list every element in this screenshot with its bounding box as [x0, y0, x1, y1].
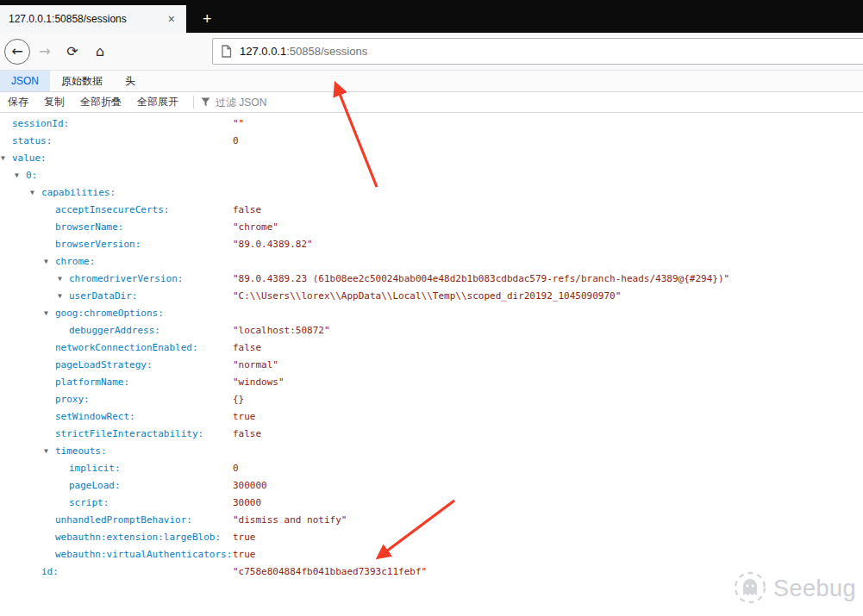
json-tree-row: script:30000 — [0, 495, 863, 512]
json-value: "dismiss and notify" — [233, 512, 347, 529]
json-key[interactable]: value: — [12, 152, 47, 164]
json-key[interactable]: status: — [12, 135, 52, 146]
json-key[interactable]: browserName: — [55, 221, 123, 233]
json-value: "" — [233, 115, 244, 133]
json-key[interactable]: userDataDir: — [69, 290, 137, 302]
json-value: "89.0.4389.82" — [233, 236, 313, 253]
seebug-watermark-text: Seebug — [773, 576, 856, 602]
close-tab-icon[interactable]: × — [166, 12, 178, 26]
json-value: 0 — [233, 460, 239, 477]
json-value: false — [233, 339, 261, 357]
tab-headers[interactable]: 头 — [114, 71, 147, 91]
new-tab-button[interactable]: + — [191, 5, 223, 33]
browser-tab[interactable]: 127.0.0.1:50858/sessions × — [0, 5, 186, 33]
toolbar-divider — [193, 96, 194, 109]
expand-all-button[interactable]: 全部展开 — [129, 95, 186, 109]
json-key[interactable]: webauthn:extension:largeBlob: — [55, 532, 221, 543]
tab-title: 127.0.0.1:50858/sessions — [9, 13, 127, 25]
json-tree-row: ▼goog:chromeOptions: — [0, 305, 863, 322]
json-value: 300000 — [233, 477, 267, 495]
browser-window: 127.0.0.1:50858/sessions × + ← → ⟳ ⌂ 127… — [0, 0, 863, 616]
json-tree-row: status:0 — [0, 133, 863, 150]
json-key[interactable]: pageLoad: — [69, 480, 121, 491]
json-key[interactable]: acceptInsecureCerts: — [55, 204, 169, 215]
filter-json-box[interactable] — [201, 96, 328, 109]
json-tree-row: browserName:"chrome" — [0, 219, 863, 236]
json-key[interactable]: unhandledPromptBehavior: — [55, 514, 192, 526]
json-key[interactable]: networkConnectionEnabled: — [55, 342, 198, 353]
expand-arrow-icon[interactable]: ▼ — [30, 184, 34, 202]
json-tree-row: acceptInsecureCerts:false — [0, 202, 863, 219]
json-tree-row: pageLoadStrategy:"normal" — [0, 357, 863, 374]
seebug-logo-icon — [733, 570, 767, 607]
json-tree-row: webauthn:extension:largeBlob:true — [0, 529, 863, 546]
json-key[interactable]: capabilities: — [41, 187, 116, 198]
seebug-watermark: Seebug — [733, 570, 856, 607]
home-button[interactable]: ⌂ — [87, 39, 113, 65]
url-host: 127.0.0.1 — [240, 45, 286, 58]
json-value: true — [233, 408, 256, 426]
json-key[interactable]: goog:chromeOptions: — [55, 308, 164, 319]
json-key[interactable]: implicit: — [69, 463, 121, 474]
url-path: :50858/sessions — [286, 45, 367, 58]
json-tree-row: ▼value: — [0, 150, 863, 167]
json-value: false — [233, 202, 261, 219]
json-tree-row: webauthn:virtualAuthenticators:true — [0, 546, 863, 563]
copy-button[interactable]: 复制 — [36, 95, 72, 109]
json-key[interactable]: script: — [69, 497, 109, 508]
collapse-all-button[interactable]: 全部折叠 — [72, 95, 129, 109]
json-key[interactable]: chrome: — [55, 256, 95, 267]
json-value: 30000 — [233, 495, 261, 512]
json-value: "c758e804884fb041bbaed7393c11febf" — [233, 563, 427, 581]
json-value: "chrome" — [233, 219, 278, 236]
json-tree-row: ▼0: — [0, 167, 863, 184]
json-key[interactable]: strictFileInteractability: — [55, 428, 203, 439]
json-tree-row: strictFileInteractability:false — [0, 426, 863, 443]
expand-arrow-icon[interactable]: ▼ — [44, 443, 48, 460]
json-key[interactable]: debuggerAddress: — [69, 325, 160, 336]
filter-json-input[interactable] — [216, 96, 328, 109]
json-value: "normal" — [233, 357, 278, 374]
forward-button[interactable]: → — [32, 39, 58, 65]
json-tree-row: browserVersion:"89.0.4389.82" — [0, 236, 863, 253]
json-tree-row: ▼chromedriverVersion:"89.0.4389.23 (61b0… — [0, 271, 863, 288]
json-value: "89.0.4389.23 (61b08ee2c50024bab004e48d2… — [233, 271, 729, 288]
tab-json[interactable]: JSON — [0, 71, 50, 91]
json-tree-row: networkConnectionEnabled:false — [0, 339, 863, 357]
url-text: 127.0.0.1:50858/sessions — [240, 45, 367, 58]
json-key[interactable]: proxy: — [55, 394, 90, 405]
json-key[interactable]: sessionId: — [12, 118, 69, 129]
json-value: {} — [233, 391, 244, 408]
tab-raw-data[interactable]: 原始数据 — [50, 71, 114, 91]
expand-arrow-icon[interactable]: ▼ — [58, 288, 62, 305]
json-key[interactable]: platformName: — [55, 376, 129, 388]
page-icon — [221, 45, 232, 58]
json-key[interactable]: 0: — [26, 170, 37, 181]
json-key[interactable]: timeouts: — [55, 445, 107, 457]
expand-arrow-icon[interactable]: ▼ — [1, 150, 5, 167]
json-key[interactable]: id: — [41, 566, 59, 577]
browser-tab-strip: 127.0.0.1:50858/sessions × + — [0, 0, 863, 33]
json-tree-row: sessionId:"" — [0, 115, 863, 133]
expand-arrow-icon[interactable]: ▼ — [44, 305, 48, 322]
json-key[interactable]: browserVersion: — [55, 239, 141, 250]
json-tree-row: ▼chrome: — [0, 253, 863, 271]
expand-arrow-icon[interactable]: ▼ — [44, 253, 48, 271]
json-key[interactable]: webauthn:virtualAuthenticators: — [55, 549, 232, 560]
json-key[interactable]: pageLoadStrategy: — [55, 359, 153, 370]
json-value: "windows" — [233, 374, 285, 391]
json-value: true — [233, 529, 256, 546]
json-key[interactable]: setWindowRect: — [55, 411, 135, 422]
reload-button[interactable]: ⟳ — [59, 39, 85, 65]
json-tree-row: ▼timeouts: — [0, 443, 863, 460]
expand-arrow-icon[interactable]: ▼ — [15, 167, 19, 184]
json-tree-row: implicit:0 — [0, 460, 863, 477]
json-viewer-toolbar: 保存 复制 全部折叠 全部展开 — [0, 92, 863, 113]
json-key[interactable]: chromedriverVersion: — [69, 273, 183, 284]
expand-arrow-icon[interactable]: ▼ — [58, 271, 62, 288]
back-button[interactable]: ← — [4, 39, 30, 65]
json-tree-row: platformName:"windows" — [0, 374, 863, 391]
json-tree-row: proxy:{} — [0, 391, 863, 408]
url-bar[interactable]: 127.0.0.1:50858/sessions — [212, 38, 863, 65]
save-button[interactable]: 保存 — [0, 95, 36, 109]
